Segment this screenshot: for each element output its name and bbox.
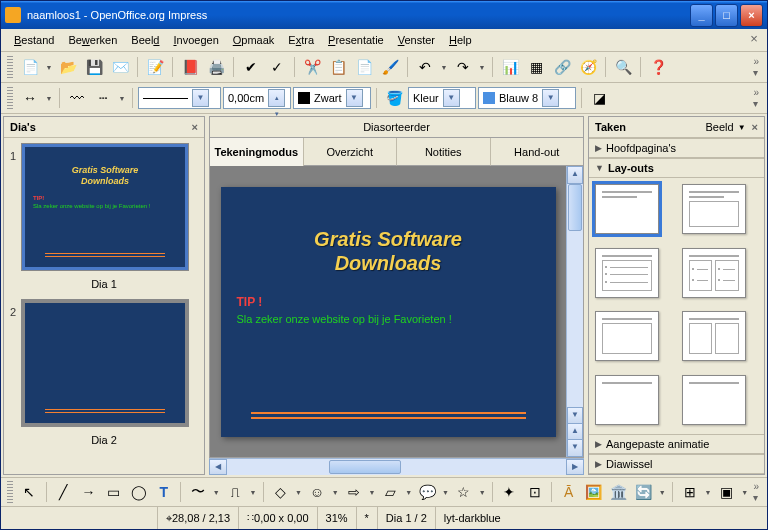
scroll-up-icon[interactable]: ▲ bbox=[567, 166, 583, 184]
align-dropdown[interactable]: ▼ bbox=[703, 489, 713, 496]
undo-icon[interactable]: ↶ bbox=[413, 55, 437, 79]
slides-list[interactable]: 1 Gratis SoftwareDownloads TIP! Sla zeke… bbox=[4, 138, 204, 474]
layout-more2[interactable] bbox=[682, 375, 746, 425]
menu-extra[interactable]: Extra bbox=[281, 32, 321, 48]
flowchart-icon[interactable]: ▱ bbox=[379, 480, 402, 504]
toolbar-grip[interactable] bbox=[7, 481, 13, 503]
layout-more1[interactable] bbox=[595, 375, 659, 425]
horizontal-scrollbar[interactable]: ◀ ▶ bbox=[209, 458, 584, 475]
main-slide[interactable]: Gratis SoftwareDownloads TIP ! Sla zeker… bbox=[221, 187, 556, 437]
close-button[interactable]: × bbox=[740, 4, 763, 27]
toolbar-more-icon[interactable]: »▾ bbox=[751, 479, 761, 505]
copy-icon[interactable]: 📋 bbox=[326, 55, 350, 79]
next-slide-icon[interactable]: ▼ bbox=[567, 439, 583, 457]
callouts-icon[interactable]: 💬 bbox=[415, 480, 438, 504]
block-arrows-dropdown[interactable]: ▼ bbox=[367, 489, 377, 496]
new-icon[interactable]: 📄 bbox=[18, 55, 42, 79]
arrange-icon[interactable]: ▣ bbox=[715, 480, 738, 504]
menu-help[interactable]: Help bbox=[442, 32, 479, 48]
points-icon[interactable]: ✦ bbox=[498, 480, 521, 504]
layout-title-two-content[interactable] bbox=[682, 311, 746, 361]
line-width-combo[interactable]: 0,00cm▴▾ bbox=[223, 87, 291, 109]
format-paint-icon[interactable]: 🖌️ bbox=[378, 55, 402, 79]
menu-bewerken[interactable]: Bewerken bbox=[61, 32, 124, 48]
undo-dropdown[interactable]: ▼ bbox=[439, 64, 449, 71]
layout-title-content2[interactable] bbox=[595, 311, 659, 361]
section-hoofdpaginas[interactable]: ▶Hoofdpagina's bbox=[589, 138, 764, 158]
navigator-icon[interactable]: 🧭 bbox=[576, 55, 600, 79]
menu-opmaak[interactable]: Opmaak bbox=[226, 32, 282, 48]
tab-notities[interactable]: Notities bbox=[397, 138, 491, 166]
toolbar-more-icon[interactable]: »▾ bbox=[751, 54, 761, 80]
block-arrows-icon[interactable]: ⇨ bbox=[342, 480, 365, 504]
new-dropdown[interactable]: ▼ bbox=[44, 64, 54, 71]
fill-color-combo[interactable]: Blauw 8▼ bbox=[478, 87, 576, 109]
align-icon[interactable]: ⊞ bbox=[678, 480, 701, 504]
menu-beeld[interactable]: Beeld bbox=[124, 32, 166, 48]
layout-title-two-bullets[interactable] bbox=[682, 248, 746, 298]
menu-bestand[interactable]: Bestand bbox=[7, 32, 61, 48]
edit-icon[interactable]: 📝 bbox=[143, 55, 167, 79]
print-icon[interactable]: 🖨️ bbox=[204, 55, 228, 79]
open-icon[interactable]: 📂 bbox=[56, 55, 80, 79]
tab-tekeningmodus[interactable]: Tekeningmodus bbox=[210, 138, 304, 166]
line-style-combo[interactable]: ▼ bbox=[138, 87, 221, 109]
menu-invoegen[interactable]: Invoegen bbox=[166, 32, 225, 48]
menu-venster[interactable]: Venster bbox=[391, 32, 442, 48]
select-icon[interactable]: ↖ bbox=[18, 480, 41, 504]
curve-dropdown[interactable]: ▼ bbox=[211, 489, 221, 496]
text-icon[interactable]: T bbox=[152, 480, 175, 504]
line-color-combo[interactable]: Zwart▼ bbox=[293, 87, 371, 109]
connector-dropdown[interactable]: ▼ bbox=[248, 489, 258, 496]
toolbar-grip[interactable] bbox=[7, 87, 13, 109]
arrow-ends-dropdown[interactable]: ▼ bbox=[44, 95, 54, 102]
fill-icon[interactable]: 🪣 bbox=[382, 86, 406, 110]
scroll-left-icon[interactable]: ◀ bbox=[209, 459, 227, 475]
tab-handout[interactable]: Hand-out bbox=[491, 138, 584, 166]
rotate-dropdown[interactable]: ▼ bbox=[657, 489, 667, 496]
arrow-icon[interactable]: → bbox=[77, 480, 100, 504]
ellipse-icon[interactable]: ◯ bbox=[127, 480, 150, 504]
flowchart-dropdown[interactable]: ▼ bbox=[404, 489, 414, 496]
stars-icon[interactable]: ☆ bbox=[452, 480, 475, 504]
curve-icon[interactable]: 〜 bbox=[186, 480, 209, 504]
save-icon[interactable]: 💾 bbox=[82, 55, 106, 79]
layout-title-content[interactable] bbox=[682, 184, 746, 234]
redo-dropdown[interactable]: ▼ bbox=[477, 64, 487, 71]
task-panel-view[interactable]: Beeld bbox=[706, 121, 734, 133]
rect-icon[interactable]: ▭ bbox=[102, 480, 125, 504]
line-dash-icon[interactable]: ┄ bbox=[91, 86, 115, 110]
cut-icon[interactable]: ✂️ bbox=[300, 55, 324, 79]
slide-editor[interactable]: Gratis SoftwareDownloads TIP ! Sla zeker… bbox=[210, 166, 566, 457]
toolbar-grip[interactable] bbox=[7, 56, 13, 78]
symbol-shapes-icon[interactable]: ☺ bbox=[305, 480, 328, 504]
spellcheck-icon[interactable]: ✔ bbox=[239, 55, 263, 79]
pdf-icon[interactable]: 📕 bbox=[178, 55, 202, 79]
menubar-close-icon[interactable]: × bbox=[747, 32, 761, 46]
scroll-thumb[interactable] bbox=[329, 460, 401, 474]
section-animatie[interactable]: ▶Aangepaste animatie bbox=[589, 434, 764, 454]
callouts-dropdown[interactable]: ▼ bbox=[441, 489, 451, 496]
minimize-button[interactable]: _ bbox=[690, 4, 713, 27]
layout-title-bullets[interactable] bbox=[595, 248, 659, 298]
fontwork-icon[interactable]: Ā bbox=[557, 480, 580, 504]
line-style-icon[interactable]: 〰 bbox=[65, 86, 89, 110]
maximize-button[interactable]: □ bbox=[715, 4, 738, 27]
slides-panel-close-icon[interactable]: × bbox=[192, 121, 198, 133]
shadow-icon[interactable]: ◪ bbox=[587, 86, 611, 110]
line-dash-dropdown[interactable]: ▼ bbox=[117, 95, 127, 102]
basic-shapes-dropdown[interactable]: ▼ bbox=[294, 489, 304, 496]
line-icon[interactable]: ╱ bbox=[52, 480, 75, 504]
hyperlink-icon[interactable]: 🔗 bbox=[550, 55, 574, 79]
task-panel-close-icon[interactable]: × bbox=[752, 121, 758, 133]
section-diawissel[interactable]: ▶Diawissel bbox=[589, 454, 764, 474]
vertical-scrollbar[interactable]: ▲ ▼ ▲ ▼ bbox=[566, 166, 583, 457]
slide-thumb-2[interactable] bbox=[22, 300, 188, 426]
auto-spellcheck-icon[interactable]: ✓ bbox=[265, 55, 289, 79]
gallery-icon[interactable]: 🏛️ bbox=[607, 480, 630, 504]
redo-icon[interactable]: ↷ bbox=[451, 55, 475, 79]
arrow-ends-icon[interactable]: ↔ bbox=[18, 86, 42, 110]
task-panel-view-dropdown[interactable]: ▼ bbox=[738, 123, 746, 132]
chart-icon[interactable]: 📊 bbox=[498, 55, 522, 79]
basic-shapes-icon[interactable]: ◇ bbox=[269, 480, 292, 504]
